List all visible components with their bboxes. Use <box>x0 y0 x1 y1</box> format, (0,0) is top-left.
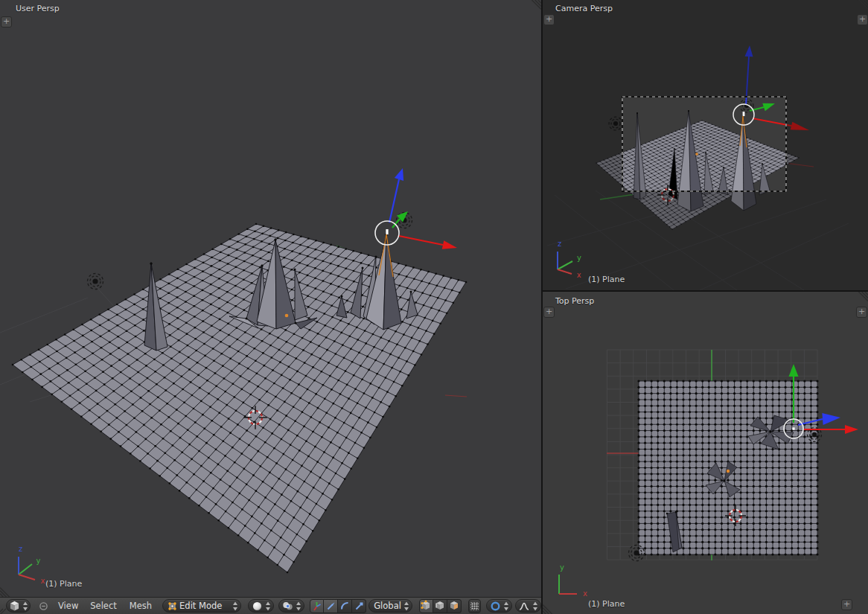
area-corner-grip[interactable] <box>0 587 10 597</box>
manipulator-enable-toggle[interactable] <box>310 599 324 613</box>
area-divider-horizontal[interactable] <box>543 290 868 292</box>
spinner-arrows-icon <box>22 601 28 612</box>
axis-gizmo: yx <box>559 563 587 598</box>
svg-text:z: z <box>19 545 22 553</box>
svg-text:y: y <box>577 254 581 262</box>
viewport-canvas-camera[interactable]: zyx <box>543 0 868 290</box>
shading-sphere-icon <box>252 601 263 612</box>
edge-select-toggle[interactable] <box>433 599 447 613</box>
plane-mesh[interactable] <box>12 223 467 574</box>
axis-gizmo: zyx <box>19 545 45 585</box>
plane-mesh[interactable] <box>637 380 818 555</box>
expand-toolshelf-button[interactable]: + <box>1 16 12 28</box>
viewport-canvas-user[interactable]: zyx <box>0 0 541 597</box>
svg-text:x: x <box>41 577 45 585</box>
translate-arrow-icon <box>325 601 336 612</box>
object-info: (1) Plane <box>588 599 625 609</box>
object-info: (1) Plane <box>45 579 82 589</box>
viewport-canvas-top[interactable]: yx <box>543 292 868 614</box>
viewport-camera: zyx Camera Persp (1) Plane + + <box>543 0 868 290</box>
select-mode-toggles <box>419 599 462 613</box>
manipulator-translate-toggle[interactable] <box>324 599 338 613</box>
orientation-label: Global <box>374 601 401 611</box>
falloff-selector[interactable] <box>515 599 541 613</box>
mode-selector[interactable]: Edit Mode <box>162 599 241 613</box>
svg-text:x: x <box>577 271 581 279</box>
area-divider-vertical[interactable] <box>541 0 543 614</box>
svg-text:x: x <box>583 589 587 598</box>
expand-panel-button[interactable]: + <box>841 599 852 610</box>
occlude-geometry-icon <box>469 601 480 612</box>
object-info: (1) Plane <box>588 275 625 284</box>
menu-mesh[interactable]: Mesh <box>130 601 152 611</box>
viewport-header-toolbar: View Select Mesh Edit Mode <box>0 597 541 614</box>
face-select-icon <box>448 600 460 612</box>
edge-select-icon <box>434 600 446 612</box>
mode-selector-label: Edit Mode <box>179 601 230 611</box>
vertex-select-toggle[interactable] <box>419 599 433 613</box>
transform-orientation-selector[interactable]: Global <box>368 599 412 613</box>
face-select-toggle[interactable] <box>447 599 462 613</box>
spinner-arrows-icon <box>532 601 538 612</box>
manipulator-scale-toggle[interactable] <box>352 599 366 613</box>
menu-select[interactable]: Select <box>90 601 116 611</box>
transform-manipulator[interactable] <box>375 168 457 249</box>
spinner-arrows-icon <box>503 601 509 612</box>
viewport-label: Top Persp <box>555 296 594 306</box>
area-corner-grip[interactable] <box>0 598 6 614</box>
falloff-curve-icon <box>518 601 530 612</box>
expand-toolshelf-button[interactable]: + <box>543 14 555 25</box>
spinner-arrows-icon <box>296 601 301 612</box>
pivot-median-icon <box>282 601 293 612</box>
editor-3dview-icon <box>9 601 20 612</box>
scale-icon <box>354 601 365 612</box>
expand-toolshelf-button[interactable]: + <box>543 307 555 318</box>
collapse-menus-icon <box>39 601 48 611</box>
spinner-arrows-icon <box>232 601 238 612</box>
rotate-arc-icon <box>339 601 351 612</box>
expand-properties-button[interactable]: + <box>856 307 867 318</box>
viewport-label: Camera Persp <box>555 4 613 13</box>
proportional-editing-selector[interactable] <box>486 599 512 613</box>
area-corner-grip[interactable] <box>858 292 868 301</box>
svg-text:y: y <box>36 557 41 565</box>
proportional-edit-icon <box>490 601 501 612</box>
area-corner-grip[interactable] <box>543 604 552 614</box>
manipulator-axes-icon <box>311 601 322 612</box>
edit-mode-icon <box>167 601 177 611</box>
viewport-shading-selector[interactable] <box>248 599 274 613</box>
occlude-geometry-toggle[interactable] <box>468 599 481 613</box>
viewport-top: yx Top Persp (1) Plane + + + <box>543 292 868 614</box>
blender-window: zyx User Persp (1) Plane + zyx Camera Pe… <box>0 0 868 614</box>
lamp-object[interactable] <box>88 274 103 290</box>
collapse-menus-button[interactable] <box>39 601 48 611</box>
pivot-point-selector[interactable] <box>278 599 304 613</box>
manipulator-toggles <box>310 599 366 613</box>
vertex-select-icon <box>420 600 432 612</box>
expand-properties-button[interactable]: + <box>857 14 868 25</box>
spinner-arrows-icon <box>265 601 271 612</box>
manipulator-rotate-toggle[interactable] <box>338 599 352 613</box>
spinner-arrows-icon <box>403 601 409 612</box>
svg-text:z: z <box>558 240 561 248</box>
menu-view[interactable]: View <box>58 601 78 611</box>
viewport-label: User Persp <box>16 4 60 13</box>
editor-type-selector[interactable] <box>6 599 31 613</box>
svg-text:y: y <box>560 563 564 572</box>
area-corner-grip[interactable] <box>532 0 541 10</box>
viewport-user: zyx User Persp (1) Plane + <box>0 0 541 597</box>
